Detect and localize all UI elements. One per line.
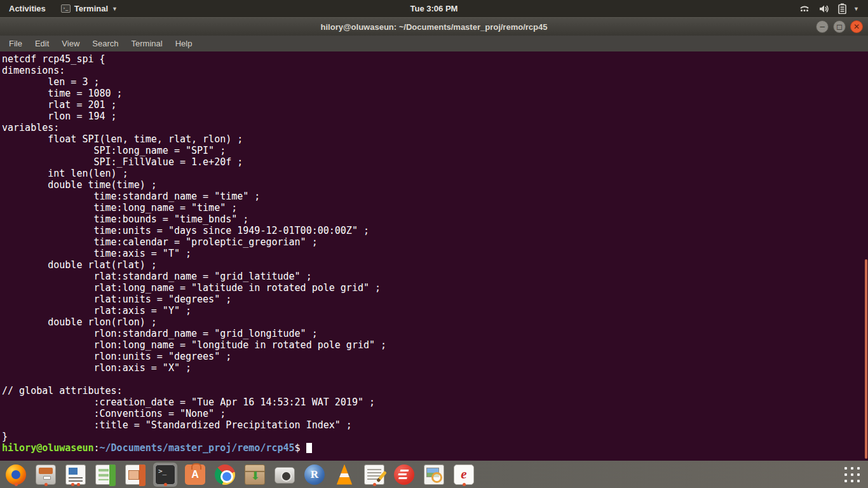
top-bar: Activities ›_ Terminal ▼ Tue 3:06 PM (0, 0, 868, 17)
prompt-separator: : (94, 442, 100, 454)
volume-icon (818, 4, 830, 14)
terminal-line: rlon:axis = "X" ; (2, 362, 868, 374)
terminal-line: int len(len) ; (2, 168, 868, 179)
files-icon (36, 464, 56, 485)
terminal-line: rlat:standard_name = "grid_latitude" ; (2, 271, 868, 282)
camera-photos-icon (275, 467, 295, 484)
chevron-down-icon: ▼ (112, 6, 118, 12)
vlc-icon (334, 464, 355, 485)
network-icon (799, 4, 810, 14)
menu-bar: File Edit View Search Terminal Help (0, 36, 868, 51)
dock-item-red-app[interactable] (392, 463, 416, 487)
menu-help[interactable]: Help (170, 37, 198, 50)
image-viewer-icon (424, 464, 444, 485)
dock-item-ubuntu-software[interactable]: A (183, 463, 207, 487)
terminal-line: double rlat(rlat) ; (2, 259, 868, 271)
window-titlebar[interactable]: hilory@oluwaseun: ~/Documents/master_pro… (0, 17, 868, 36)
scrollbar-thumb[interactable] (865, 259, 867, 459)
dock-item-calc[interactable] (93, 463, 118, 487)
close-button[interactable]: ✕ (850, 20, 863, 33)
terminal-line: dimensions: (2, 65, 868, 76)
running-indicator (463, 483, 466, 486)
menu-view[interactable]: View (57, 37, 85, 50)
terminal-content[interactable]: netcdf rcp45_spi { dimensions: len = 3 ;… (0, 51, 868, 461)
maximize-button[interactable]: ◻ (833, 20, 846, 33)
terminal-line: rlat = 201 ; (2, 99, 868, 111)
terminal-line: time:calendar = "proleptic_gregorian" ; (2, 236, 868, 248)
activities-button[interactable]: Activities (0, 0, 55, 17)
terminal-line: time:units = "days since 1949-12-01T00:0… (2, 225, 868, 236)
terminal-line: len = 3 ; (2, 76, 868, 88)
terminal-line: rlon:standard_name = "grid_longitude" ; (2, 328, 868, 339)
terminal-line: SPI:_FillValue = 1.e+20f ; (2, 156, 868, 168)
terminal-line: netcdf rcp45_spi { (2, 53, 868, 65)
dock-item-vlc[interactable] (332, 463, 356, 487)
terminal-line: :Conventions = "None" ; (2, 408, 868, 419)
dock-item-r[interactable]: R (302, 463, 327, 487)
shell-prompt: hilory@oluwaseun:~/Documents/master_proj… (2, 442, 868, 454)
terminal-line: time:standard_name = "time" ; (2, 191, 868, 202)
running-indicator (44, 483, 48, 486)
terminal-app-icon: ›_ (61, 4, 71, 13)
battery-icon (838, 3, 846, 14)
document-viewer-icon: e (454, 464, 474, 485)
terminal-line: rlat:units = "degrees" ; (2, 294, 868, 305)
system-status-area[interactable]: ▼ (790, 0, 868, 17)
dock-item-photos[interactable] (273, 463, 297, 487)
dock-item-writer[interactable] (64, 463, 88, 487)
dock-item-package-installer[interactable] (243, 463, 267, 487)
prompt-symbol: $ (295, 442, 301, 454)
terminal-icon: >_ (155, 464, 175, 485)
menu-search[interactable]: Search (87, 37, 123, 50)
dock-item-files[interactable] (34, 463, 58, 487)
terminal-line: rlat:long_name = "latitude in rotated po… (2, 282, 868, 294)
window-controls: − ◻ ✕ (816, 20, 868, 33)
libreoffice-impress-icon (125, 464, 146, 485)
dock-item-firefox[interactable] (4, 463, 28, 487)
menu-edit[interactable]: Edit (30, 37, 54, 50)
dock-item-text-editor[interactable] (362, 463, 386, 487)
running-indicator (15, 483, 18, 486)
text-editor-icon (364, 464, 384, 485)
terminal-line (2, 374, 868, 385)
terminal-line: SPI:long_name = "SPI" ; (2, 145, 868, 156)
terminal-line: } (2, 431, 868, 442)
terminal-line: // global attributes: (2, 385, 868, 396)
terminal-line: double time(time) ; (2, 179, 868, 191)
dock-item-document-viewer[interactable]: e (452, 463, 476, 487)
desktop-screen: Activities ›_ Terminal ▼ Tue 3:06 PM (0, 0, 868, 488)
terminal-line: rlon:units = "degrees" ; (2, 351, 868, 362)
ubuntu-software-icon: A (185, 464, 205, 485)
app-menu-label: Terminal (74, 4, 108, 13)
dock-item-image-viewer[interactable] (422, 463, 446, 487)
running-indicator (164, 483, 167, 486)
minimize-button[interactable]: − (816, 20, 829, 33)
running-indicator (77, 483, 80, 486)
top-bar-center: Tue 3:06 PM (0, 0, 868, 17)
prompt-path: ~/Documents/master_proj/remo/rcp45 (100, 442, 295, 454)
app-menu-button[interactable]: ›_ Terminal ▼ (55, 0, 124, 17)
firefox-icon (6, 464, 26, 485)
show-applications-button[interactable] (840, 463, 864, 487)
chevron-down-icon: ▼ (853, 6, 859, 12)
chrome-icon (215, 464, 235, 485)
menu-terminal[interactable]: Terminal (126, 37, 168, 50)
show-applications-icon (844, 466, 860, 483)
r-app-icon: R (304, 464, 325, 485)
dock-item-terminal[interactable]: >_ (153, 463, 177, 487)
menu-file[interactable]: File (4, 37, 27, 50)
terminal-line: :title = "Standardized Precipitation Ind… (2, 419, 868, 431)
dock-item-impress[interactable] (123, 463, 147, 487)
terminal-line: float SPI(len, time, rlat, rlon) ; (2, 133, 868, 145)
terminal-line: time:bounds = "time_bnds" ; (2, 214, 868, 225)
dock-item-chrome[interactable] (213, 463, 237, 487)
running-indicator (71, 483, 74, 486)
dock: >_ A R e (0, 461, 868, 488)
clock[interactable]: Tue 3:06 PM (404, 0, 465, 17)
libreoffice-calc-icon (95, 464, 116, 485)
window-title: hilory@oluwaseun: ~/Documents/master_pro… (0, 22, 868, 32)
terminal-line: time = 1080 ; (2, 88, 868, 99)
package-installer-icon (245, 464, 265, 485)
terminal-line: time:long_name = "time" ; (2, 202, 868, 214)
terminal-line: rlon:long_name = "longitude in rotated p… (2, 339, 868, 351)
